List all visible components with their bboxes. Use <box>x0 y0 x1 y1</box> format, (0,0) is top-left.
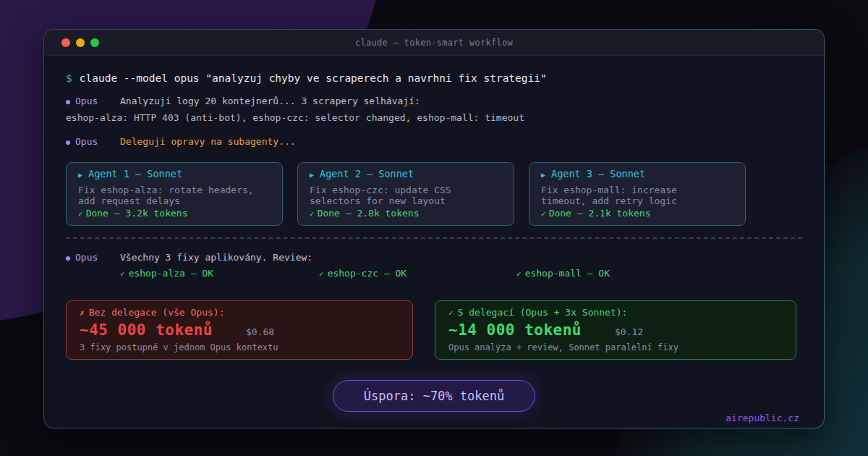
review-check-item: ✓eshop-czc — OK <box>319 268 407 279</box>
agent-card-3: ▶Agent 3 — Sonnet Fix eshop-mall: increa… <box>529 162 746 226</box>
agent-title: ▶Agent 1 — Sonnet <box>78 169 271 180</box>
agent-done-text: Done — 3.2k tokens <box>86 208 188 219</box>
play-icon: ▶ <box>310 171 314 179</box>
check-icon: ✓ <box>120 269 125 279</box>
prompt-icon: $ <box>66 72 72 84</box>
cost-box-note: Opus analýza + review, Sonnet paralelní … <box>448 342 783 352</box>
agent-done-text: Done — 2.1k tokens <box>549 208 651 219</box>
review-check-text: eshop-mall — OK <box>525 268 610 279</box>
opus-message-review: ● Opus Všechny 3 fixy aplikovány. Review… <box>66 250 802 265</box>
terminal-window: claude — token-smart workflow $claude --… <box>43 29 825 428</box>
command-text: claude --model opus "analyzuj chyby ve s… <box>80 72 547 84</box>
agent-title: ▶Agent 2 — Sonnet <box>310 169 502 180</box>
agent-card-2: ▶Agent 2 — Sonnet Fix eshop-czc: update … <box>297 162 514 226</box>
speaker-label: Opus <box>75 250 120 264</box>
cost-box-title-text: S delegací (Opus + 3x Sonnet): <box>458 307 628 318</box>
cost-number-row: ~45 000 tokenů $0.68 <box>80 321 399 339</box>
agent-title-text: Agent 2 — Sonnet <box>320 168 414 180</box>
cost-value: $0.12 <box>615 326 643 337</box>
command-line: $claude --model opus "analyzuj chyby ve … <box>66 72 802 85</box>
check-icon: ✓ <box>310 209 315 219</box>
agent-cards-row: ▶Agent 1 — Sonnet Fix eshop-alza: rotate… <box>66 162 802 226</box>
check-icon: ✓ <box>516 269 522 279</box>
agent-task-line: selectors for new layout <box>310 195 502 206</box>
speaker-label: Opus <box>75 135 120 148</box>
traffic-lights <box>61 30 99 56</box>
cost-box-title-text: Bez delegace (vše Opus): <box>89 307 225 318</box>
cost-box-without-delegation: ✗Bez delegace (vše Opus): ~45 000 tokenů… <box>66 300 413 360</box>
check-icon: ✓ <box>541 209 546 219</box>
minimize-button[interactable] <box>76 38 85 47</box>
review-check-text: eshop-czc — OK <box>328 268 407 279</box>
close-button[interactable] <box>61 38 70 47</box>
cost-comparison-row: ✗Bez delegace (vše Opus): ~45 000 tokenů… <box>66 300 802 360</box>
terminal-content: $claude --model opus "analyzuj chyby ve … <box>44 56 824 428</box>
agent-task-line: Fix eshop-czc: update CSS <box>310 185 502 195</box>
zoom-button[interactable] <box>90 38 99 47</box>
agent-title-text: Agent 1 — Sonnet <box>88 168 182 180</box>
agent-done-status: ✓Done — 2.8k tokens <box>310 208 502 219</box>
agent-task-line: Fix eshop-mall: increase <box>541 185 733 195</box>
agent-card-1: ▶Agent 1 — Sonnet Fix eshop-alza: rotate… <box>66 162 283 226</box>
agent-task-line: add request delays <box>78 195 271 206</box>
token-count: ~14 000 tokenů <box>448 321 582 339</box>
token-count: ~45 000 tokenů <box>80 321 213 339</box>
agent-done-text: Done — 2.8k tokens <box>318 208 420 219</box>
message-continuation: eshop-alza: HTTP 403 (anti-bot), eshop-c… <box>66 111 802 124</box>
message-text: Deleguji opravy na subagenty... <box>120 135 296 148</box>
cost-value: $0.68 <box>246 326 274 337</box>
play-icon: ▶ <box>541 171 545 179</box>
cost-box-title: ✓S delegací (Opus + 3x Sonnet): <box>448 307 783 319</box>
cost-box-title: ✗Bez delegace (vše Opus): <box>80 307 399 319</box>
opus-message-analysis: ● Opus Analyzuji logy 20 kontejnerů... 3… <box>66 94 802 109</box>
review-check-item: ✓eshop-mall — OK <box>516 268 610 279</box>
check-icon: ✓ <box>78 209 83 219</box>
agent-task-line: Fix eshop-alza: rotate headers, <box>78 185 271 195</box>
check-icon: ✓ <box>448 308 454 318</box>
cross-icon: ✗ <box>80 308 85 318</box>
speaker-label: Opus <box>75 94 120 108</box>
cost-number-row: ~14 000 tokenů $0.12 <box>448 321 783 339</box>
review-check-text: eshop-alza — OK <box>129 268 213 279</box>
check-icon: ✓ <box>319 269 324 279</box>
watermark-link[interactable]: airepublic.cz <box>726 413 799 423</box>
opus-bullet-icon: ● <box>66 95 75 109</box>
opus-message-delegate: ● Opus Deleguji opravy na subagenty... <box>66 135 802 149</box>
agent-title: ▶Agent 3 — Sonnet <box>541 169 733 180</box>
play-icon: ▶ <box>78 171 82 179</box>
agent-title-text: Agent 3 — Sonnet <box>551 168 645 180</box>
cost-box-with-delegation: ✓S delegací (Opus + 3x Sonnet): ~14 000 … <box>435 300 796 360</box>
opus-bullet-icon: ● <box>66 251 75 265</box>
savings-badge: Úspora: ~70% tokenů <box>333 380 535 412</box>
review-checks-row: ✓eshop-alza — OK ✓eshop-czc — OK ✓eshop-… <box>66 268 802 280</box>
cost-box-note: 3 fixy postupně v jednom Opus kontextu <box>80 342 399 352</box>
message-text: Všechny 3 fixy aplikovány. Review: <box>120 250 312 264</box>
terminal-window-body: claude — token-smart workflow $claude --… <box>44 30 824 428</box>
window-title: claude — token-smart workflow <box>355 38 513 48</box>
review-check-item: ✓eshop-alza — OK <box>120 268 213 279</box>
agent-task-line: timeout, add retry logic <box>541 195 733 206</box>
message-text: Analyzuji logy 20 kontejnerů... 3 scrape… <box>120 94 420 108</box>
opus-bullet-icon: ● <box>66 135 75 149</box>
agent-done-status: ✓Done — 3.2k tokens <box>78 208 271 219</box>
window-titlebar: claude — token-smart workflow <box>44 30 824 56</box>
dashed-divider <box>66 237 802 239</box>
agent-done-status: ✓Done — 2.1k tokens <box>541 208 733 219</box>
